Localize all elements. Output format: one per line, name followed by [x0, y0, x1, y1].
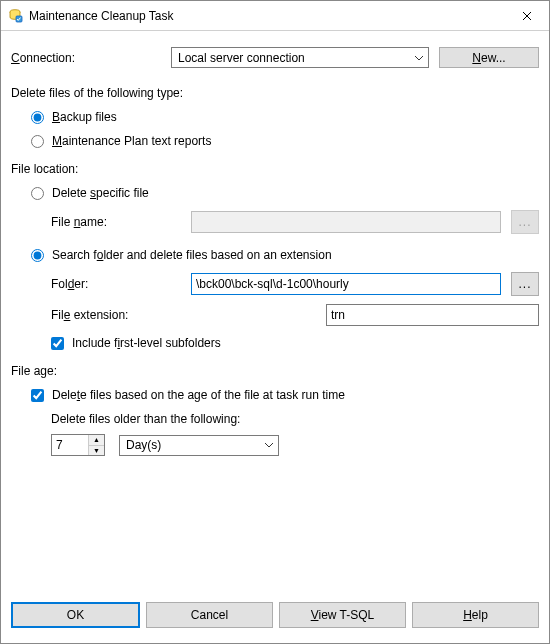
- folder-input[interactable]: [191, 273, 501, 295]
- spinner-arrows[interactable]: ▲ ▼: [88, 435, 104, 455]
- help-button[interactable]: Help: [412, 602, 539, 628]
- radio-text-reports[interactable]: Maintenance Plan text reports: [31, 134, 539, 148]
- radio-specific-input[interactable]: [31, 187, 44, 200]
- view-tsql-label: View T-SQL: [311, 608, 375, 622]
- window-title: Maintenance Cleanup Task: [29, 9, 504, 23]
- file-name-label: File name:: [51, 215, 191, 229]
- close-icon: [522, 11, 532, 21]
- radio-search-label: Search folder and delete files based on …: [52, 248, 332, 262]
- age-unit-value: Day(s): [126, 438, 161, 452]
- radio-specific-file[interactable]: Delete specific file: [31, 186, 539, 200]
- check-include-input[interactable]: [51, 337, 64, 350]
- connection-row: Connection: document.currentScript.previ…: [11, 47, 539, 68]
- age-value-spinner[interactable]: 7 ▲ ▼: [51, 434, 105, 456]
- browse-folder-button[interactable]: ...: [511, 272, 539, 296]
- radio-search-folder[interactable]: Search folder and delete files based on …: [31, 248, 539, 262]
- check-age-label: Delete files based on the age of the fil…: [52, 388, 345, 402]
- button-bar: OK Cancel View T-SQL Help: [1, 597, 549, 643]
- folder-row: Folder: ...: [31, 272, 539, 296]
- radio-reports-label: Maintenance Plan text reports: [52, 134, 211, 148]
- connection-value: Local server connection: [178, 51, 305, 65]
- ok-label: OK: [67, 608, 84, 622]
- age-value: 7: [52, 435, 88, 455]
- app-icon: [7, 8, 23, 24]
- new-connection-button[interactable]: New...: [439, 47, 539, 68]
- radio-reports-input[interactable]: [31, 135, 44, 148]
- connection-combo[interactable]: Local server connection: [171, 47, 429, 68]
- cancel-label: Cancel: [191, 608, 228, 622]
- extension-input[interactable]: [326, 304, 539, 326]
- check-include-label: Include first-level subfolders: [72, 336, 221, 350]
- radio-search-input[interactable]: [31, 249, 44, 262]
- titlebar: Maintenance Cleanup Task: [1, 1, 549, 31]
- file-location-heading: File location:: [11, 162, 539, 176]
- chevron-down-icon: [414, 53, 424, 63]
- help-label: Help: [463, 608, 488, 622]
- older-than-label: Delete files older than the following:: [51, 412, 539, 426]
- check-include-subfolders[interactable]: Include first-level subfolders: [31, 336, 539, 350]
- radio-backup-label: Backup files: [52, 110, 117, 124]
- file-name-input: [191, 211, 501, 233]
- spinner-up-icon[interactable]: ▲: [89, 435, 104, 446]
- spinner-down-icon[interactable]: ▼: [89, 446, 104, 456]
- check-age-input[interactable]: [31, 389, 44, 402]
- radio-backup-input[interactable]: [31, 111, 44, 124]
- radio-specific-label: Delete specific file: [52, 186, 149, 200]
- file-age-heading: File age:: [11, 364, 539, 378]
- chevron-down-icon: [264, 440, 274, 450]
- radio-backup-files[interactable]: Backup files: [31, 110, 539, 124]
- cancel-button[interactable]: Cancel: [146, 602, 273, 628]
- file-type-heading: Delete files of the following type:: [11, 86, 539, 100]
- connection-label: Connection:: [11, 51, 171, 65]
- age-value-row: 7 ▲ ▼ Day(s): [51, 434, 539, 456]
- age-unit-combo[interactable]: Day(s): [119, 435, 279, 456]
- file-name-row: File name: ...: [31, 210, 539, 234]
- new-connection-label: New...: [472, 51, 505, 65]
- close-button[interactable]: [504, 1, 549, 30]
- ok-button[interactable]: OK: [11, 602, 140, 628]
- browse-file-button: ...: [511, 210, 539, 234]
- extension-label: File extension:: [51, 308, 326, 322]
- view-tsql-button[interactable]: View T-SQL: [279, 602, 406, 628]
- folder-label: Folder:: [51, 277, 191, 291]
- extension-row: File extension:: [31, 304, 539, 326]
- check-delete-by-age[interactable]: Delete files based on the age of the fil…: [31, 388, 539, 402]
